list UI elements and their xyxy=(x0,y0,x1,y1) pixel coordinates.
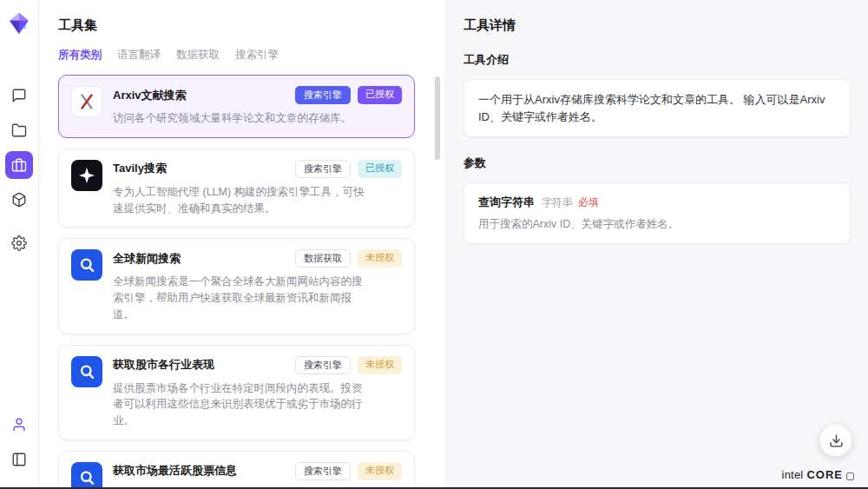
news-icon xyxy=(71,356,102,387)
briefcase-icon xyxy=(11,157,27,173)
tool-card-4[interactable]: 获取市场最活跃股票信息搜索引擎未授权提供当天交易量最高的股票列表，投资者可以利用… xyxy=(58,451,415,489)
auth-status-badge: 未授权 xyxy=(358,356,402,374)
category-badge: 搜索引擎 xyxy=(295,160,351,178)
tool-card-list: Arxiv文献搜索搜索引擎已授权访问各个研究领域大量科学论文和文章的存储库。Ta… xyxy=(58,75,415,489)
auth-status-badge: 已授权 xyxy=(358,160,402,178)
tab-3[interactable]: 搜索引擎 xyxy=(235,48,279,63)
category-badge: 搜索引擎 xyxy=(295,462,351,480)
intel-wordmark: intel xyxy=(782,468,804,481)
tool-card-0[interactable]: Arxiv文献搜索搜索引擎已授权访问各个研究领域大量科学论文和文章的存储库。 xyxy=(58,75,415,138)
tool-description: 提供股票市场各个行业在特定时间段内的表现。投资者可以利用这些信息来识别表现优于或… xyxy=(113,380,369,429)
core-wordmark: CORE xyxy=(806,468,843,481)
param-list: 查询字符串字符串必填用于搜索的Arxiv ID、关键字或作者姓名。 xyxy=(464,182,851,244)
download-icon xyxy=(829,433,844,448)
param-description: 用于搜索的Arxiv ID、关键字或作者姓名。 xyxy=(478,217,836,232)
arxiv-icon xyxy=(71,86,102,117)
sidebar-item-chat[interactable] xyxy=(5,82,33,109)
tab-2[interactable]: 数据获取 xyxy=(176,48,220,63)
category-badge: 搜索引擎 xyxy=(295,86,351,104)
tool-card-body: 获取市场最活跃股票信息搜索引擎未授权提供当天交易量最高的股票列表，投资者可以利用… xyxy=(113,462,402,489)
sidebar-item-tools[interactable] xyxy=(5,151,33,179)
sidebar-item-apps[interactable] xyxy=(5,186,33,214)
folder-icon xyxy=(11,122,27,138)
core-badge-box xyxy=(846,472,854,480)
tool-description: 访问各个研究领域大量科学论文和文章的存储库。 xyxy=(113,110,369,127)
detail-title: 工具详情 xyxy=(464,17,851,34)
category-badge: 搜索引擎 xyxy=(295,356,351,374)
category-badge: 数据获取 xyxy=(295,249,351,268)
intel-core-logo: intel CORE xyxy=(782,468,854,481)
param-required-flag: 必填 xyxy=(578,195,599,210)
sidebar-item-user[interactable] xyxy=(5,411,33,439)
tool-list-title: 工具集 xyxy=(58,17,415,34)
intro-section-title: 工具介绍 xyxy=(464,52,851,68)
tavily-icon xyxy=(71,160,102,191)
intro-card: 一个用于从Arxiv存储库搜索科学论文和文章的工具。 输入可以是Arxiv ID… xyxy=(464,79,851,137)
tool-card-3[interactable]: 获取股市各行业表现搜索引擎未授权提供股票市场各个行业在特定时间段内的表现。投资者… xyxy=(58,345,415,440)
param-card-0: 查询字符串字符串必填用于搜索的Arxiv ID、关键字或作者姓名。 xyxy=(464,182,851,244)
tool-card-2[interactable]: 全球新闻搜索数据获取未授权全球新闻搜索是一个聚合全球各大新闻网站内容的搜索引擎，… xyxy=(58,238,415,334)
scrollbar-thumb[interactable] xyxy=(435,76,440,160)
sidebar xyxy=(0,0,39,489)
sidebar-bottom-group xyxy=(5,411,33,480)
category-tabs: 所有类别语言翻译数据获取搜索引擎 xyxy=(58,48,415,63)
cube-icon xyxy=(11,192,27,208)
params-section-title: 参数 xyxy=(464,155,851,171)
tool-description: 专为人工智能代理 (LLM) 构建的搜索引擎工具，可快速提供实时、准确和真实的结… xyxy=(113,184,369,217)
tool-list-panel: 工具集 所有类别语言翻译数据获取搜索引擎 Arxiv文献搜索搜索引擎已授权访问各… xyxy=(39,0,444,489)
app-window: 工具集 所有类别语言翻译数据获取搜索引擎 Arxiv文献搜索搜索引擎已授权访问各… xyxy=(0,0,868,489)
intro-text: 一个用于从Arxiv存储库搜索科学论文和文章的工具。 输入可以是Arxiv ID… xyxy=(478,91,836,125)
auth-status-badge: 已授权 xyxy=(358,86,402,104)
tool-card-1[interactable]: Tavily搜索搜索引擎已授权专为人工智能代理 (LLM) 构建的搜索引擎工具，… xyxy=(58,149,415,228)
news-icon xyxy=(71,249,102,281)
tool-name: 获取市场最活跃股票信息 xyxy=(113,463,237,479)
tool-name: 全球新闻搜索 xyxy=(113,251,181,267)
sidebar-item-files[interactable] xyxy=(5,116,33,144)
user-icon xyxy=(11,417,27,433)
layout-sidebar-icon xyxy=(11,452,27,467)
tool-description: 全球新闻搜索是一个聚合全球各大新闻网站内容的搜索引擎，帮助用户快速获取全球最新资… xyxy=(113,274,369,322)
tool-card-body: 获取股市各行业表现搜索引擎未授权提供股票市场各个行业在特定时间段内的表现。投资者… xyxy=(113,356,402,429)
tool-card-body: Arxiv文献搜索搜索引擎已授权访问各个研究领域大量科学论文和文章的存储库。 xyxy=(113,86,402,127)
tab-0[interactable]: 所有类别 xyxy=(58,48,102,63)
param-type: 字符串 xyxy=(542,195,573,210)
tool-name: 获取股市各行业表现 xyxy=(113,357,214,373)
gear-icon xyxy=(11,235,27,251)
tool-card-body: Tavily搜索搜索引擎已授权专为人工智能代理 (LLM) 构建的搜索引擎工具，… xyxy=(113,160,402,217)
tab-1[interactable]: 语言翻译 xyxy=(117,48,161,63)
app-logo-icon xyxy=(8,12,30,35)
sidebar-item-collapse[interactable] xyxy=(5,446,33,473)
news-icon xyxy=(71,462,102,489)
tool-card-body: 全球新闻搜索数据获取未授权全球新闻搜索是一个聚合全球各大新闻网站内容的搜索引擎，… xyxy=(113,249,402,322)
auth-status-badge: 未授权 xyxy=(358,249,402,268)
download-button[interactable] xyxy=(819,424,852,457)
param-name: 查询字符串 xyxy=(478,195,535,210)
auth-status-badge: 未授权 xyxy=(358,462,402,480)
sidebar-item-settings[interactable] xyxy=(5,229,33,257)
tool-name: Tavily搜索 xyxy=(113,161,167,176)
tool-detail-panel: 工具详情 工具介绍 一个用于从Arxiv存储库搜索科学论文和文章的工具。 输入可… xyxy=(444,0,868,489)
tool-name: Arxiv文献搜索 xyxy=(113,88,187,103)
chat-icon xyxy=(11,88,27,103)
